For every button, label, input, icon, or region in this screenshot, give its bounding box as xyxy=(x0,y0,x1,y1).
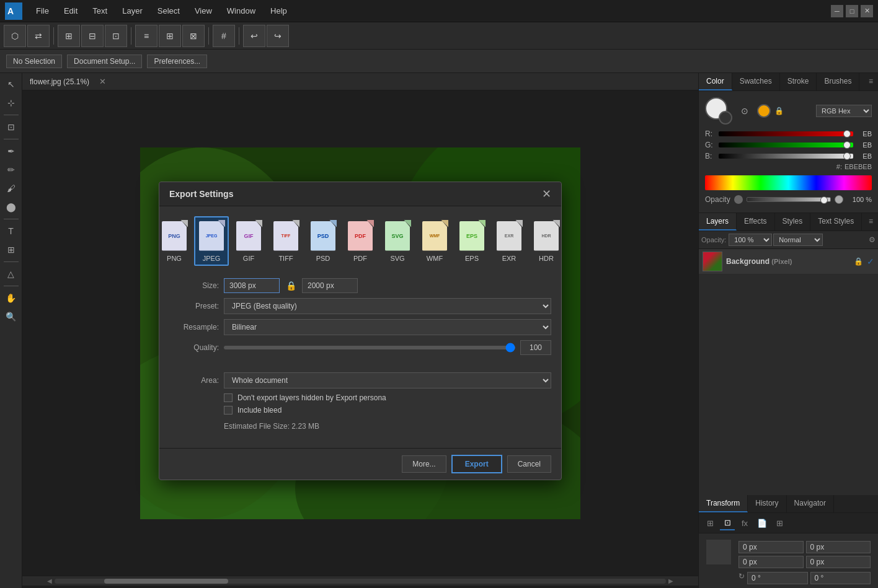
distribute-button[interactable]: ⊞ xyxy=(159,25,181,47)
fx-icon[interactable]: fx xyxy=(737,516,752,530)
color-spectrum[interactable] xyxy=(705,175,872,190)
layer-row-background[interactable]: Background (Pixel) 🔒 ✓ xyxy=(699,249,878,274)
quality-value-input[interactable] xyxy=(520,340,551,355)
lock-chain-icon[interactable]: 🔒 xyxy=(285,279,297,292)
order-button[interactable]: ⊠ xyxy=(182,25,205,47)
format-png[interactable]: PNG PNG xyxy=(157,216,192,266)
guides-button[interactable]: ⊟ xyxy=(81,25,104,47)
layers-gear-icon[interactable]: ⚙ xyxy=(869,235,876,244)
r-slider[interactable] xyxy=(719,131,853,136)
format-svg[interactable]: SVG SVG xyxy=(380,216,415,266)
pen-tool[interactable]: ✒ xyxy=(2,143,20,160)
y-input[interactable] xyxy=(806,541,871,553)
format-jpeg[interactable]: JPEG JPEG xyxy=(194,216,229,266)
format-eps[interactable]: EPS EPS xyxy=(455,216,489,266)
layer-visible-check[interactable]: ✓ xyxy=(867,257,874,266)
menu-layer[interactable]: Layer xyxy=(116,4,149,18)
studio-button[interactable]: ⬡ xyxy=(4,25,26,47)
rotation-input[interactable] xyxy=(747,572,808,584)
menu-file[interactable]: File xyxy=(30,4,55,18)
preset-select[interactable]: JPEG (Best quality) xyxy=(224,298,551,314)
quality-slider[interactable] xyxy=(224,346,515,349)
skew-input[interactable] xyxy=(810,572,871,584)
include-bleed-checkbox[interactable] xyxy=(224,406,233,415)
cancel-button[interactable]: Cancel xyxy=(507,455,551,473)
tab-history[interactable]: History xyxy=(748,495,786,512)
more-button[interactable]: More... xyxy=(402,455,446,473)
frame-text-tool[interactable]: ⊞ xyxy=(2,241,20,258)
pencil-tool[interactable]: ✏ xyxy=(2,161,20,178)
color-mode-select[interactable]: RGB Hex xyxy=(816,105,872,117)
format-exr[interactable]: EXR EXR xyxy=(492,216,526,266)
w-input[interactable] xyxy=(738,556,804,568)
preferences-button[interactable]: Preferences... xyxy=(147,55,207,68)
menu-edit[interactable]: Edit xyxy=(58,4,84,18)
panel-expand-color[interactable]: ≡ xyxy=(864,73,878,90)
tab-brushes[interactable]: Brushes xyxy=(817,73,859,90)
maximize-button[interactable]: □ xyxy=(846,5,858,17)
transform-icon[interactable]: ⊡ xyxy=(720,516,735,530)
h-input[interactable] xyxy=(806,556,871,568)
menu-view[interactable]: View xyxy=(188,4,218,18)
x-input[interactable] xyxy=(738,541,804,553)
width-input[interactable] xyxy=(224,278,280,293)
g-slider[interactable] xyxy=(719,143,853,147)
crop-tool[interactable]: ⊡ xyxy=(2,118,20,136)
layer-opacity-select[interactable]: 100 % xyxy=(729,234,772,246)
tab-text-styles[interactable]: Text Styles xyxy=(810,213,862,230)
menu-text[interactable]: Text xyxy=(86,4,113,18)
height-input[interactable] xyxy=(302,278,358,293)
opacity-thumb[interactable] xyxy=(820,196,828,204)
no-hidden-checkbox[interactable] xyxy=(224,393,233,402)
dialog-close-button[interactable]: ✕ xyxy=(542,188,551,200)
background-color[interactable] xyxy=(719,111,732,125)
pointer-tool[interactable]: ↖ xyxy=(2,76,20,93)
text-tool[interactable]: T xyxy=(2,222,20,240)
transform-button[interactable]: ⊡ xyxy=(105,25,127,47)
close-button[interactable]: ✕ xyxy=(861,5,873,17)
undo-button[interactable]: ↩ xyxy=(243,25,265,47)
redo-button[interactable]: ↪ xyxy=(267,25,289,47)
tab-layers[interactable]: Layers xyxy=(699,213,737,230)
layers-icon[interactable]: ⊞ xyxy=(703,516,717,530)
opacity-slider[interactable] xyxy=(747,197,831,202)
document-setup-button[interactable]: Document Setup... xyxy=(67,55,142,68)
r-thumb[interactable] xyxy=(843,130,851,138)
hand-tool[interactable]: ✋ xyxy=(2,289,20,307)
zoom-tool[interactable]: 🔍 xyxy=(2,308,20,325)
panel-expand-layers[interactable]: ≡ xyxy=(864,213,878,230)
tab-color[interactable]: Color xyxy=(699,73,732,90)
color-swatch-orange[interactable] xyxy=(757,104,771,118)
grid-icon-2[interactable]: ⊞ xyxy=(772,516,787,530)
b-thumb[interactable] xyxy=(843,152,851,160)
tab-stroke[interactable]: Stroke xyxy=(780,73,817,90)
grid-button[interactable]: ⊞ xyxy=(58,25,80,47)
share-button[interactable]: ⇄ xyxy=(27,25,50,47)
doc-icon[interactable]: 📄 xyxy=(755,516,769,530)
snap-button[interactable]: # xyxy=(213,25,235,47)
area-select[interactable]: Whole document xyxy=(224,372,551,388)
format-gif[interactable]: GIF GIF xyxy=(231,216,266,266)
paint-tool[interactable]: ⬤ xyxy=(2,198,20,216)
format-hdr[interactable]: HDR HDR xyxy=(529,216,564,266)
g-thumb[interactable] xyxy=(843,141,851,149)
brush-tool[interactable]: 🖌 xyxy=(2,180,20,197)
format-tiff[interactable]: TIFF TIFF xyxy=(268,216,303,266)
align-button[interactable]: ≡ xyxy=(135,25,157,47)
format-wmf[interactable]: WMF WMF xyxy=(417,216,452,266)
dropper-tool[interactable]: ⊙ xyxy=(736,102,753,120)
menu-select[interactable]: Select xyxy=(151,4,186,18)
resample-select[interactable]: Bilinear xyxy=(224,319,551,335)
shape-tool[interactable]: △ xyxy=(2,265,20,283)
b-slider[interactable] xyxy=(719,154,853,159)
format-pdf[interactable]: PDF PDF xyxy=(343,216,378,266)
menu-window[interactable]: Window xyxy=(221,4,262,18)
minimize-button[interactable]: ─ xyxy=(831,5,843,17)
export-button[interactable]: Export xyxy=(451,455,502,473)
layer-lock-icon[interactable]: 🔒 xyxy=(854,257,863,266)
tab-effects[interactable]: Effects xyxy=(737,213,774,230)
format-psd[interactable]: PSD PSD xyxy=(306,216,340,266)
tab-transform[interactable]: Transform xyxy=(699,495,748,512)
blend-mode-select[interactable]: Normal xyxy=(773,234,823,246)
tab-styles[interactable]: Styles xyxy=(775,213,811,230)
